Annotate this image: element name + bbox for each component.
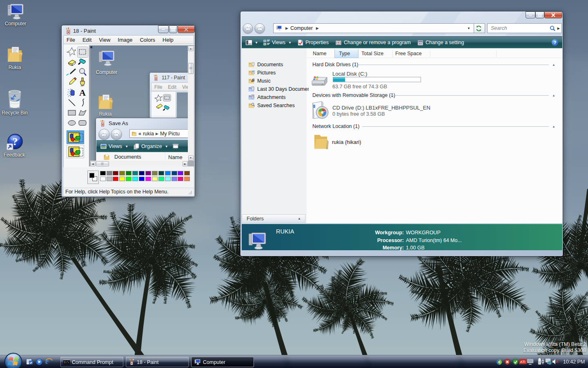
svg-text:C:\: C:\	[64, 361, 69, 364]
svg-text:A: A	[79, 88, 86, 98]
svg-text:ATI: ATI	[520, 360, 525, 364]
